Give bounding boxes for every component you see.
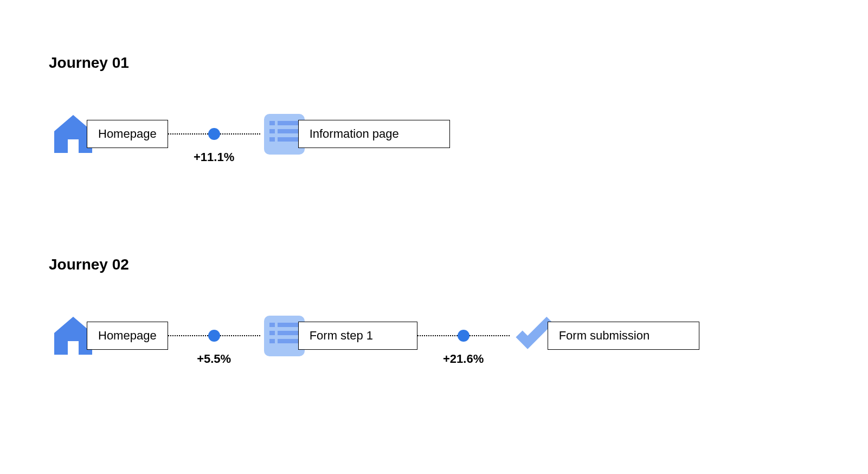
step-homepage: Homepage [49, 110, 168, 158]
svg-rect-5 [269, 137, 275, 142]
connector: +5.5% [168, 311, 260, 360]
step-label: Information page [298, 120, 450, 148]
change-label: +11.1% [168, 150, 260, 164]
step-label: Homepage [87, 322, 168, 350]
step-form-submission: Form submission [510, 311, 699, 360]
step-homepage: Homepage [49, 311, 168, 360]
svg-rect-8 [269, 323, 275, 327]
connector: +21.6% [417, 311, 510, 360]
svg-rect-2 [278, 121, 299, 125]
connector-dot-icon [208, 128, 220, 140]
svg-rect-3 [269, 129, 275, 133]
journey-02: Journey 02 Homepage +5.5% [49, 256, 819, 360]
journey-flow: Homepage +5.5% Form step 1 [49, 311, 819, 360]
svg-rect-6 [278, 137, 299, 142]
svg-rect-9 [278, 323, 299, 327]
svg-rect-13 [278, 339, 299, 343]
step-label: Form step 1 [298, 322, 417, 350]
journey-title: Journey 02 [49, 256, 819, 273]
svg-rect-4 [278, 129, 299, 133]
change-label: +21.6% [417, 352, 510, 366]
svg-rect-12 [269, 339, 275, 343]
connector-dot-icon [208, 330, 220, 342]
step-information-page: Information page [260, 110, 450, 158]
svg-rect-1 [269, 121, 275, 125]
step-label: Homepage [87, 120, 168, 148]
step-label: Form submission [548, 322, 699, 350]
journey-flow: Homepage +11.1% Information page [49, 110, 819, 158]
svg-rect-10 [269, 331, 275, 335]
connector: +11.1% [168, 110, 260, 158]
change-label: +5.5% [168, 352, 260, 366]
step-form-step-1: Form step 1 [260, 311, 417, 360]
connector-dot-icon [458, 330, 470, 342]
journey-01: Journey 01 Homepage +11.1% [49, 54, 819, 158]
svg-rect-11 [278, 331, 299, 335]
journey-title: Journey 01 [49, 54, 819, 72]
